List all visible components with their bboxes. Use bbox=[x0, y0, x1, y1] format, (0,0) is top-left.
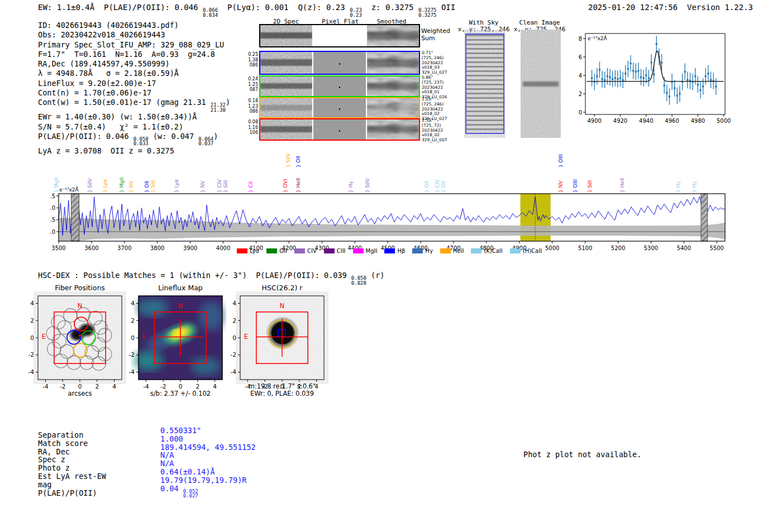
svg-text:3800: 3800 bbox=[150, 245, 164, 251]
match-label-7: P(LAE)/P(OII) bbox=[38, 489, 106, 497]
photz-note: Phot z plot not available. bbox=[523, 450, 641, 459]
info-line-4: RA,Dec (189.414597,49.550999) bbox=[38, 59, 230, 69]
legend-swatch-1 bbox=[266, 248, 277, 253]
svg-text:4: 4 bbox=[112, 383, 116, 390]
legend-item-9: (H)CaII bbox=[510, 248, 542, 254]
svg-text:2.5: 2.5 bbox=[50, 217, 55, 223]
svg-text:-4: -4 bbox=[129, 368, 135, 375]
spec2d-exposure-row-3 bbox=[259, 118, 420, 141]
legend-label-3: CIII bbox=[337, 248, 346, 254]
info-line-3: F=1.7" T=0.161 N=1.16 A=0.93 g=24.8 bbox=[38, 50, 230, 59]
line-fit-plot: 49004920494049604980500002468e⁻¹⁷x2Å bbox=[578, 27, 746, 130]
legend-item-7: HeII bbox=[440, 248, 464, 254]
legend-label-2: CIV bbox=[307, 248, 317, 254]
legend-label-7: HeII bbox=[453, 248, 464, 254]
info-line-5: λ = 4948.78Å σ = 2.18(±0.59)Å bbox=[38, 69, 230, 78]
match-label-5: Est LyA rest-EW bbox=[38, 472, 106, 481]
svg-text:-2: -2 bbox=[60, 383, 65, 390]
legend-label-6: Hγ bbox=[425, 248, 432, 254]
spec2d-exposure-row-2-noise-segment bbox=[260, 98, 312, 117]
svg-text:-4: -4 bbox=[42, 383, 49, 390]
row-3-right-label: 1.52"(725, 72)20230422v018_02329_LU_007 bbox=[422, 118, 447, 143]
full-spectrum-plot: 3500360037003800390040004100420043004400… bbox=[50, 146, 735, 261]
svg-text:4: 4 bbox=[131, 300, 135, 306]
withsky-coords: x, y: 725, 246 bbox=[456, 26, 512, 33]
legend-swatch-3 bbox=[324, 248, 335, 253]
legend-swatch-7 bbox=[440, 248, 451, 253]
legend-item-1: OII bbox=[266, 248, 287, 254]
timestamp-version: 2025-01-20 12:47:56 Version 1.22.3 bbox=[588, 3, 753, 12]
info-line-2: Primary Spec_Slot_IFU_AMP: 329_088_029_L… bbox=[38, 40, 230, 50]
svg-text:0: 0 bbox=[179, 383, 183, 390]
svg-text:0.0: 0.0 bbox=[50, 229, 55, 235]
svg-text:-2: -2 bbox=[129, 351, 135, 358]
svg-text:3500: 3500 bbox=[51, 245, 65, 251]
legend-item-3: CIII bbox=[324, 248, 346, 254]
legend-label-4: MgII bbox=[366, 248, 378, 254]
match-value-4: N/A bbox=[160, 459, 256, 468]
row-0-right-label: 0.71"(725, 246)20230422v018_03329_LU_027 bbox=[422, 51, 447, 75]
legend-label-5: Hβ bbox=[397, 248, 405, 254]
svg-text:5500: 5500 bbox=[710, 245, 724, 251]
svg-text:-2: -2 bbox=[231, 351, 236, 358]
legend-label-0: Lyα bbox=[250, 248, 259, 254]
spec2d-exposure-row-2-flat-segment bbox=[313, 98, 365, 117]
match-value-5: 0.64(±0.14)Å bbox=[160, 468, 256, 476]
version-label: Version 1.22.3 bbox=[687, 3, 753, 12]
legend-swatch-8 bbox=[471, 248, 481, 253]
svg-text:HSC(26.2) r: HSC(26.2) r bbox=[262, 284, 303, 292]
svg-text:4940: 4940 bbox=[639, 118, 653, 124]
spec2d-exposure-row-2 bbox=[259, 97, 420, 118]
svg-text:4: 4 bbox=[30, 300, 34, 306]
withsky-image bbox=[465, 33, 504, 134]
withsky-noise bbox=[466, 35, 503, 133]
row-3-left-label: 0.081.16106 bbox=[241, 119, 258, 136]
svg-text:2: 2 bbox=[95, 383, 99, 390]
legend-item-6: Hγ bbox=[412, 248, 432, 254]
info-line-10: S/N = 5.7(±0.4) χ² = 1.1(±0.2) bbox=[38, 122, 230, 132]
svg-text:N: N bbox=[280, 302, 285, 310]
svg-text:e⁻¹⁷x2Å: e⁻¹⁷x2Å bbox=[59, 186, 79, 193]
legend-item-5: Hβ bbox=[384, 248, 405, 254]
clean-image bbox=[522, 33, 560, 134]
match-table-values: 0.550331"1.000189.414594, 49.551152N/AN/… bbox=[160, 426, 256, 499]
legend-label-9: (H)CaII bbox=[523, 248, 542, 254]
svg-text:3900: 3900 bbox=[183, 245, 197, 251]
svg-text:2: 2 bbox=[579, 91, 582, 97]
match-table-labels: SeparationMatch scoreRA, DecSpec zPhoto … bbox=[38, 431, 106, 497]
svg-text:0: 0 bbox=[78, 383, 82, 390]
clean-noise bbox=[523, 35, 559, 133]
summary-header: EW: 1.1±0.4Å P(LAE)/P(OII): 0.046 0.0660… bbox=[38, 3, 455, 17]
svg-text:2: 2 bbox=[232, 317, 236, 324]
match-label-4: Photo z bbox=[38, 464, 106, 472]
spec2d-exposure-row-3-flat-segment bbox=[313, 119, 365, 140]
spec2d-weighted-row-flat-segment bbox=[313, 25, 365, 46]
svg-text:e⁻¹⁷x2Å: e⁻¹⁷x2Å bbox=[588, 35, 608, 41]
svg-text:-4: -4 bbox=[28, 368, 35, 375]
svg-text:2: 2 bbox=[30, 317, 34, 324]
spec2d-exposure-row-0-noise-segment bbox=[260, 52, 312, 74]
info-line-0: ID: 4026619443 (4026619443.pdf) bbox=[38, 21, 230, 30]
legend-item-4: MgII bbox=[353, 248, 378, 254]
spec2d-exposure-row-1 bbox=[259, 75, 420, 97]
spec2d-exposure-row-1-flat-segment bbox=[313, 76, 365, 96]
hsc-image-panel: NEHSC(26.2) r-4-4-2-2002244m:19.8 re:1.7… bbox=[223, 282, 330, 401]
svg-text:0: 0 bbox=[579, 109, 582, 116]
spec2d-exposure-row-1-smooth-segment bbox=[367, 76, 419, 96]
svg-text:5200: 5200 bbox=[611, 245, 625, 251]
match-label-2: RA, Dec bbox=[38, 448, 106, 456]
match-value-6: 19.79(19.79,19.79)R bbox=[160, 476, 256, 485]
spec2d-exposure-row-0-flat-segment bbox=[313, 52, 365, 74]
svg-text:3700: 3700 bbox=[117, 245, 131, 251]
flat-dot bbox=[339, 87, 340, 88]
legend-swatch-9 bbox=[510, 248, 521, 253]
match-value-3: N/A bbox=[160, 451, 256, 459]
svg-text:0: 0 bbox=[232, 334, 236, 341]
info-line-7: Cont(n) = 1.70(±0.06)e-17 bbox=[38, 88, 230, 98]
match-label-0: Separation bbox=[38, 431, 106, 439]
legend-swatch-0 bbox=[237, 248, 247, 253]
svg-text:4980: 4980 bbox=[691, 118, 705, 124]
row-2-left-label: 0.181.23086 bbox=[241, 98, 258, 114]
info-line-8: Cont(w) = 1.50(±0.01)e-17 (gmag 21.31 21… bbox=[38, 98, 230, 112]
timestamp: 2025-01-20 12:47:56 bbox=[588, 3, 678, 12]
